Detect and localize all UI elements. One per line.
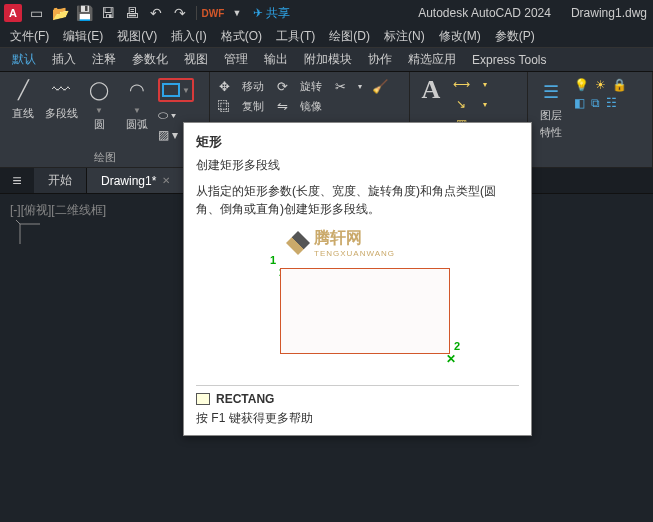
share-label: 共享	[266, 5, 290, 22]
ribbon-tabs: 默认 插入 注释 参数化 视图 管理 输出 附加模块 协作 精选应用 Expre…	[0, 48, 653, 72]
arc-icon: ◠	[123, 76, 151, 104]
move-icon[interactable]: ✥	[216, 78, 232, 94]
trim-drop[interactable]: ▾	[358, 82, 362, 91]
tool-polyline[interactable]: 〰 多段线	[44, 76, 78, 121]
menu-insert[interactable]: 插入(I)	[171, 28, 206, 45]
redo-icon[interactable]: ↷	[172, 5, 188, 21]
plot-icon[interactable]: 🖶	[124, 5, 140, 21]
save-icon[interactable]: 💾	[76, 5, 92, 21]
layer-color-icon[interactable]: ◧	[574, 96, 585, 110]
share-icon: ✈	[253, 6, 263, 20]
tooltip-description: 从指定的矩形参数(长度、宽度、旋转角度)和角点类型(圆角、倒角或直角)创建矩形多…	[196, 182, 519, 218]
leader-icon[interactable]: ↘	[452, 96, 470, 112]
svg-line-2	[16, 220, 20, 224]
watermark-text: 腾轩网	[314, 229, 362, 246]
chevron-down-icon: ▼	[182, 86, 190, 95]
tab-annotate[interactable]: 注释	[92, 51, 116, 68]
app-icon[interactable]: A	[4, 4, 22, 22]
titlebar: A ▭ 📂 💾 🖫 🖶 ↶ ↷ DWF ▼ ✈ 共享 Autodesk Auto…	[0, 0, 653, 26]
tab-manage[interactable]: 管理	[224, 51, 248, 68]
erase-icon[interactable]: 🧹	[372, 78, 388, 94]
command-name: RECTANG	[216, 392, 274, 406]
chevron-down-icon: ▼	[133, 106, 141, 115]
tab-insert[interactable]: 插入	[52, 51, 76, 68]
close-icon[interactable]: ✕	[162, 175, 170, 186]
viewport-label[interactable]: [-][俯视][二维线框]	[10, 202, 106, 219]
quick-access-toolbar: ▭ 📂 💾 🖫 🖶 ↶ ↷ DWF ▼ ✈ 共享	[28, 5, 290, 22]
dwf-icon[interactable]: DWF	[205, 5, 221, 21]
text-icon: A	[417, 76, 445, 104]
tab-express[interactable]: Express Tools	[472, 53, 546, 67]
menu-dimension[interactable]: 标注(N)	[384, 28, 425, 45]
tool-layer-properties[interactable]: ☰ 图层 特性	[534, 78, 568, 140]
tool-line[interactable]: ╱ 直线	[6, 76, 40, 121]
circle-icon: ◯	[85, 76, 113, 104]
dim-linear-icon[interactable]: ⟷	[452, 76, 470, 92]
panel-draw: ╱ 直线 〰 多段线 ◯ ▼ 圆 ◠ ▼ 圆弧 ▼	[0, 72, 210, 167]
layer-on-icon[interactable]: 💡	[574, 78, 589, 92]
saveas-icon[interactable]: 🖫	[100, 5, 116, 21]
tab-default[interactable]: 默认	[12, 51, 36, 68]
separator	[196, 6, 197, 20]
tab-view[interactable]: 视图	[184, 51, 208, 68]
menu-edit[interactable]: 编辑(E)	[63, 28, 103, 45]
app-title: Autodesk AutoCAD 2024	[418, 6, 551, 20]
tab-start[interactable]: 开始	[34, 168, 87, 193]
copy-icon[interactable]: ⿻	[216, 98, 232, 114]
panel-title-draw: 绘图	[6, 148, 203, 167]
open-icon[interactable]: 📂	[52, 5, 68, 21]
rotate-icon[interactable]: ⟳	[274, 78, 290, 94]
menu-draw[interactable]: 绘图(D)	[329, 28, 370, 45]
menu-tools[interactable]: 工具(T)	[276, 28, 315, 45]
layer-state-icon[interactable]: ☷	[606, 96, 617, 110]
panel-layer: ☰ 图层 特性 💡 ☀ 🔒 ◧ ⧉ ☷	[528, 72, 653, 167]
rectangle-icon	[162, 83, 180, 97]
tab-parametric[interactable]: 参数化	[132, 51, 168, 68]
mirror-icon[interactable]: ⇋	[274, 98, 290, 114]
tab-drawing1[interactable]: Drawing1* ✕	[87, 168, 185, 193]
tab-addins[interactable]: 附加模块	[304, 51, 352, 68]
tooltip-command: RECTANG	[196, 392, 519, 406]
docs-menu-icon[interactable]: ≡	[0, 168, 34, 193]
tab-drawing1-label: Drawing1*	[101, 174, 156, 188]
line-icon: ╱	[9, 76, 37, 104]
share-button[interactable]: ✈ 共享	[253, 5, 290, 22]
undo-icon[interactable]: ↶	[148, 5, 164, 21]
dropdown-icon[interactable]: ▼	[229, 5, 245, 21]
layer-freeze-icon[interactable]: ☀	[595, 78, 606, 92]
trim-icon[interactable]: ✂	[332, 78, 348, 94]
menu-parametric[interactable]: 参数(P)	[495, 28, 535, 45]
ucs-icon	[14, 218, 44, 251]
tab-featured[interactable]: 精选应用	[408, 51, 456, 68]
diagram-point1-label: 1	[270, 254, 276, 266]
tab-output[interactable]: 输出	[264, 51, 288, 68]
menu-format[interactable]: 格式(O)	[221, 28, 262, 45]
diagram-point2-marker: ✕	[446, 352, 456, 366]
tool-circle[interactable]: ◯ ▼ 圆	[82, 76, 116, 132]
ellipse-icon[interactable]: ⬭ ▾	[158, 108, 194, 122]
tooltip-rectangle: 矩形 创建矩形多段线 从指定的矩形参数(长度、宽度、旋转角度)和角点类型(圆角、…	[183, 122, 532, 436]
tool-arc[interactable]: ◠ ▼ 圆弧	[120, 76, 154, 132]
tooltip-title: 矩形	[196, 133, 519, 151]
diagram-point2-label: 2	[454, 340, 460, 352]
tool-rectangle[interactable]: ▼	[158, 78, 194, 102]
tab-collab[interactable]: 协作	[368, 51, 392, 68]
menubar: 文件(F) 编辑(E) 视图(V) 插入(I) 格式(O) 工具(T) 绘图(D…	[0, 26, 653, 48]
document-title: Drawing1.dwg	[571, 6, 647, 20]
watermark-logo-icon	[286, 231, 310, 255]
menu-file[interactable]: 文件(F)	[10, 28, 49, 45]
chevron-down-icon: ▼	[95, 106, 103, 115]
layer-lock-icon[interactable]: 🔒	[612, 78, 627, 92]
tab-start-label: 开始	[48, 172, 72, 189]
watermark-sub: TENGXUANWANG	[314, 249, 395, 258]
new-icon[interactable]: ▭	[28, 5, 44, 21]
tooltip-diagram: 腾轩网 TENGXUANWANG 1 ✕ 2 ✕	[196, 228, 519, 385]
dim-drop-icon[interactable]: ▾	[476, 76, 494, 92]
diagram-rect	[280, 268, 450, 354]
layer-match-icon[interactable]: ⧉	[591, 96, 600, 110]
menu-view[interactable]: 视图(V)	[117, 28, 157, 45]
layer-stack-icon: ☰	[537, 78, 565, 106]
command-icon	[196, 393, 210, 405]
leader-drop-icon[interactable]: ▾	[476, 96, 494, 112]
menu-modify[interactable]: 修改(M)	[439, 28, 481, 45]
